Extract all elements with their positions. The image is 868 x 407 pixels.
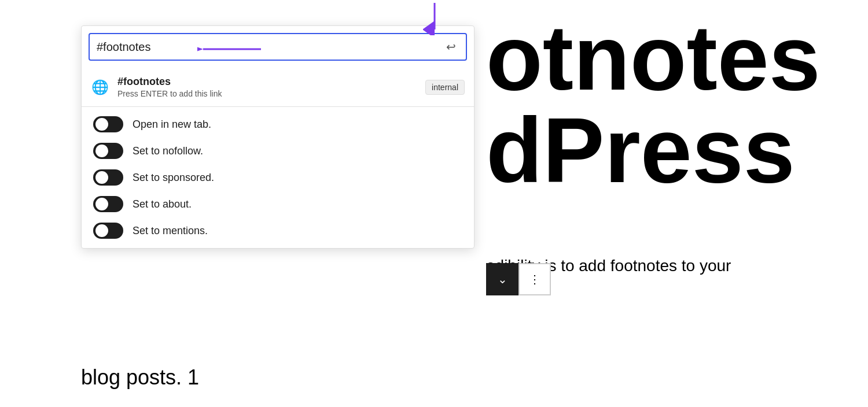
option-about[interactable]: Set to about. (93, 196, 462, 212)
toggle-sponsored[interactable] (93, 169, 123, 186)
toggle-about[interactable] (93, 196, 123, 212)
toggle-nofollow[interactable] (93, 143, 123, 159)
suggestion-subtitle: Press ENTER to add this link (117, 89, 417, 98)
chevron-down-icon: ⌄ (498, 272, 507, 286)
option-label-about: Set to about. (133, 198, 192, 210)
option-nofollow[interactable]: Set to nofollow. (93, 143, 462, 159)
toggle-mentions[interactable] (93, 223, 123, 239)
option-mentions[interactable]: Set to mentions. (93, 223, 462, 239)
toggle-open-new-tab[interactable] (93, 116, 123, 132)
internal-badge: internal (425, 80, 465, 95)
search-input[interactable]: #footnotes (97, 40, 443, 54)
suggestion-row[interactable]: 🌐 #footnotes Press ENTER to add this lin… (82, 68, 474, 107)
chevron-down-button[interactable]: ⌄ (486, 263, 518, 295)
option-label-mentions: Set to mentions. (133, 225, 208, 237)
arrow-left-annotation (197, 39, 267, 60)
toggle-knob (95, 118, 108, 131)
blog-posts-text: blog posts. 1 (81, 365, 199, 390)
option-label-nofollow: Set to nofollow. (133, 145, 203, 157)
globe-icon: 🌐 (91, 78, 109, 97)
bg-toolbar: ⌄ ⋮ (486, 263, 551, 295)
toggle-knob (95, 145, 108, 157)
more-options-button[interactable]: ⋮ (518, 263, 551, 295)
enter-icon: ↩ (443, 39, 459, 55)
arrow-down-annotation (423, 3, 446, 35)
suggestion-title: #footnotes (117, 76, 417, 88)
link-popup: #footnotes ↩ 🌐 #footnotes Press ENTER to… (81, 25, 475, 249)
search-input-wrapper[interactable]: #footnotes ↩ (89, 33, 467, 61)
options-section: Open in new tab. Set to nofollow. Set to… (82, 107, 474, 248)
search-container: #footnotes ↩ (82, 26, 474, 68)
option-label-open-new-tab: Open in new tab. (133, 119, 211, 131)
suggestion-content: #footnotes Press ENTER to add this link (117, 76, 417, 98)
option-open-new-tab[interactable]: Open in new tab. (93, 116, 462, 132)
option-label-sponsored: Set to sponsored. (133, 172, 214, 184)
more-icon: ⋮ (529, 272, 540, 286)
toggle-knob (95, 198, 108, 210)
option-sponsored[interactable]: Set to sponsored. (93, 169, 462, 186)
toggle-knob (95, 224, 108, 237)
toggle-knob (95, 171, 108, 184)
